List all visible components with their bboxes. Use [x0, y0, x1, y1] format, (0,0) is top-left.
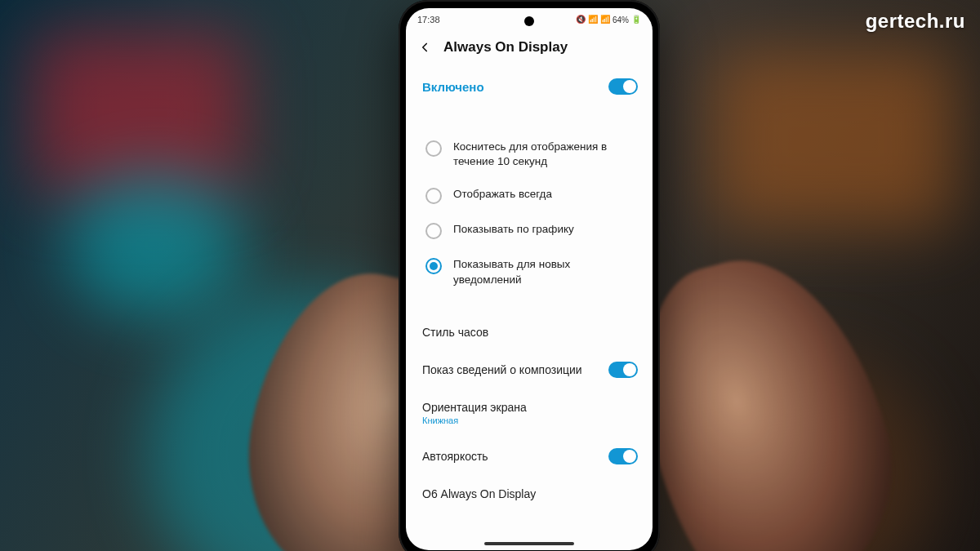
battery-icon: 🔋	[631, 16, 641, 24]
radio-option-schedule[interactable]: Показывать по графику	[406, 213, 653, 248]
wifi-icon: 📶	[588, 16, 598, 24]
status-time: 17:38	[417, 15, 440, 24]
page-header: Always On Display	[406, 31, 653, 67]
clock-style-row[interactable]: Стиль часов	[406, 314, 653, 350]
auto-brightness-row[interactable]: Автояркость	[406, 437, 653, 476]
settings-content: Включено Коснитесь для отображения в теч…	[406, 67, 653, 512]
radio-icon	[425, 223, 442, 239]
radio-icon	[425, 140, 442, 157]
radio-label: Показывать по графику	[453, 222, 574, 237]
auto-brightness-label: Автояркость	[422, 450, 497, 463]
background-blob	[65, 171, 245, 318]
radio-label: Показывать для новых уведомлений	[453, 257, 638, 287]
about-label: О6 Always On Display	[422, 487, 638, 500]
phone-frame: 17:38 🔇 📶 📶 64% 🔋 Always On Display Вклю…	[399, 0, 660, 551]
orientation-label: Ориентация экрана	[422, 401, 638, 414]
battery-percent: 64%	[612, 16, 629, 24]
phone-screen: 17:38 🔇 📶 📶 64% 🔋 Always On Display Вклю…	[406, 8, 653, 550]
status-right: 🔇 📶 📶 64% 🔋	[576, 16, 641, 24]
radio-icon	[425, 188, 442, 204]
radio-option-always[interactable]: Отображать всегда	[406, 178, 653, 213]
orientation-row[interactable]: Ориентация экрана Книжная	[406, 389, 653, 437]
auto-brightness-toggle[interactable]	[608, 448, 638, 464]
background-blob	[33, 33, 245, 196]
signal-icon: 📶	[600, 16, 610, 24]
music-info-label: Показ сведений о композиции	[422, 363, 590, 376]
page-title: Always On Display	[443, 39, 568, 56]
camera-hole	[524, 16, 534, 26]
orientation-value: Книжная	[422, 415, 638, 425]
radio-icon-checked	[425, 258, 442, 274]
background-blob	[686, 355, 931, 551]
vibrate-icon: 🔇	[576, 16, 586, 24]
watermark: gertech.ru	[866, 10, 965, 33]
master-toggle-switch[interactable]	[608, 78, 638, 95]
master-toggle-row[interactable]: Включено	[406, 67, 653, 106]
radio-label: Коснитесь для отображения в течение 10 с…	[453, 140, 638, 169]
gesture-bar[interactable]	[484, 542, 574, 545]
spacer	[406, 106, 653, 131]
background-blob	[710, 49, 956, 229]
about-row[interactable]: О6 Always On Display	[406, 476, 653, 512]
radio-option-new-notifications[interactable]: Показывать для новых уведомлений	[406, 248, 653, 295]
music-info-toggle[interactable]	[608, 362, 638, 378]
radio-label: Отображать всегда	[453, 187, 552, 202]
clock-style-label: Стиль часов	[422, 326, 638, 339]
spacer	[406, 296, 653, 314]
back-icon[interactable]	[417, 40, 432, 55]
master-toggle-label: Включено	[422, 80, 484, 94]
radio-option-tap-to-show[interactable]: Коснитесь для отображения в течение 10 с…	[406, 131, 653, 178]
music-info-row[interactable]: Показ сведений о композиции	[406, 350, 653, 389]
